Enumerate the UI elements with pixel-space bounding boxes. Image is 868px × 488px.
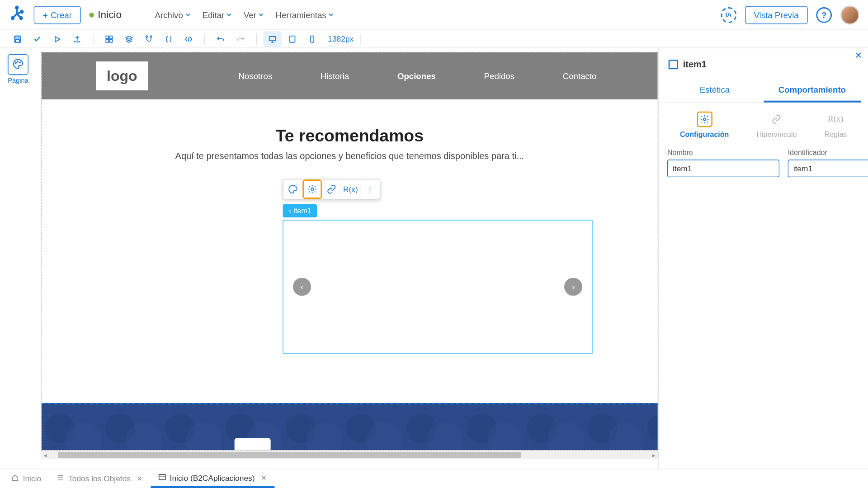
svg-point-0 <box>16 6 18 9</box>
menu-archivo[interactable]: Archivo <box>151 8 195 22</box>
svg-point-12 <box>150 35 152 37</box>
btab-inicio[interactable]: Inicio <box>4 469 49 488</box>
svg-rect-7 <box>106 36 108 38</box>
layers-icon[interactable] <box>120 31 138 47</box>
tab-comportamiento[interactable]: Comportamiento <box>764 79 861 103</box>
svg-point-2 <box>20 17 22 19</box>
canvas-area: logo Nosotros Historia Opciones Pedidos … <box>36 48 658 469</box>
help-icon[interactable]: ? <box>816 7 832 23</box>
nav-opciones[interactable]: Opciones <box>397 71 436 80</box>
close-icon[interactable]: ✕ <box>137 474 142 483</box>
nav-nosotros[interactable]: Nosotros <box>239 71 273 80</box>
nav-pedidos[interactable]: Pedidos <box>484 71 514 80</box>
close-icon[interactable]: ✕ <box>261 474 267 482</box>
redo-icon[interactable] <box>231 31 250 47</box>
sel-more-icon[interactable]: ⋮ <box>360 179 380 199</box>
panel-title-text: item1 <box>683 59 707 70</box>
desktop-icon[interactable] <box>264 31 282 47</box>
home-icon <box>11 474 19 484</box>
sel-link-icon[interactable] <box>322 179 341 199</box>
undo-icon[interactable] <box>212 31 230 47</box>
page-label: Página <box>8 76 28 84</box>
sel-style-icon[interactable] <box>283 179 303 199</box>
tablet-icon[interactable] <box>283 31 302 47</box>
site-header: logo Nosotros Historia Opciones Pedidos … <box>42 52 658 99</box>
svg-rect-6 <box>15 39 19 42</box>
user-avatar[interactable] <box>840 5 860 24</box>
flow-icon[interactable] <box>140 31 158 47</box>
subtab-hipervinculo[interactable]: Hipervínculo <box>756 112 797 139</box>
svg-point-20 <box>703 118 705 120</box>
id-input[interactable] <box>788 160 868 177</box>
topbar: + Crear Inicio Archivo Editar Ver Herram… <box>0 0 868 30</box>
svg-rect-14 <box>290 36 295 42</box>
export-icon[interactable] <box>68 31 86 47</box>
svg-point-19 <box>311 188 313 190</box>
scroll-thumb[interactable] <box>58 452 521 458</box>
recommend-title: Te recomendamos <box>54 127 646 146</box>
svg-point-3 <box>21 11 23 13</box>
window-icon <box>158 473 166 483</box>
canvas-width: 1382px <box>328 34 354 43</box>
selected-element[interactable]: ‹ › <box>283 220 592 354</box>
gear-icon <box>697 112 712 127</box>
document-title: Inicio <box>90 9 122 21</box>
subtab-configuracion[interactable]: Configuración <box>680 112 729 139</box>
check-icon[interactable] <box>28 31 47 47</box>
name-label: Nombre <box>667 148 779 157</box>
carousel-prev-button[interactable]: ‹ <box>293 278 311 296</box>
page-palette-button[interactable] <box>8 54 28 75</box>
components-icon[interactable] <box>100 31 118 47</box>
mobile-icon[interactable] <box>303 31 321 47</box>
svg-rect-13 <box>269 36 276 40</box>
recommend-section: Te recomendamos Aquí te presentamos toda… <box>42 99 658 173</box>
nav-historia[interactable]: Historia <box>321 71 349 80</box>
braces-icon[interactable] <box>160 31 178 47</box>
left-rail: Página <box>0 48 36 469</box>
scroll-right-icon[interactable]: ▸ <box>650 451 658 458</box>
nav-contacto[interactable]: Contacto <box>563 71 597 80</box>
preview-button[interactable]: Vista Previa <box>745 6 807 24</box>
list-icon <box>56 474 65 484</box>
chevron-left-icon: ‹ <box>301 282 303 291</box>
create-button[interactable]: + Crear <box>34 6 81 24</box>
chevron-right-icon: › <box>572 282 575 291</box>
name-field: Nombre <box>667 148 779 177</box>
canvas[interactable]: logo Nosotros Historia Opciones Pedidos … <box>41 52 658 451</box>
svg-rect-10 <box>110 39 113 42</box>
tab-estetica[interactable]: Estética <box>666 79 763 103</box>
menu-herramientas[interactable]: Herramientas <box>272 8 338 22</box>
element-type-icon <box>669 59 678 69</box>
properties-panel: ✕ item1 Estética Comportamiento Configur… <box>658 48 868 469</box>
menu-ver[interactable]: Ver <box>240 8 268 22</box>
scroll-left-icon[interactable]: ◂ <box>41 451 50 458</box>
panel-title: item1 <box>666 54 861 74</box>
menu-editar[interactable]: Editar <box>198 8 236 22</box>
save-icon[interactable] <box>9 31 27 47</box>
selection-label-text: item1 <box>293 206 311 215</box>
footer-card <box>235 438 271 450</box>
panel-close-icon[interactable]: ✕ <box>855 51 862 60</box>
horizontal-scrollbar[interactable]: ◂ ▸ <box>41 450 658 459</box>
selection-label[interactable]: ‹ item1 <box>283 204 317 217</box>
panel-tabs: Estética Comportamiento <box>666 79 861 103</box>
id-field: Identificador <box>788 148 868 177</box>
status-dot-icon <box>90 12 94 17</box>
doc-title-text: Inicio <box>98 9 122 21</box>
svg-rect-9 <box>106 39 108 42</box>
site-nav: Nosotros Historia Opciones Pedidos Conta… <box>239 71 597 80</box>
carousel-next-button[interactable]: › <box>564 278 582 296</box>
subtab-reglas[interactable]: R(x) Reglas <box>825 112 847 139</box>
play-icon[interactable] <box>48 31 66 47</box>
svg-point-17 <box>17 61 18 62</box>
toolbar: 1382px <box>0 30 868 48</box>
rules-icon: R(x) <box>828 112 844 127</box>
btab-inicio-b2c[interactable]: Inicio (B2CAplicaciones) ✕ <box>151 469 275 488</box>
app-logo-icon <box>9 5 25 24</box>
ia-badge-icon[interactable]: IA <box>721 7 736 23</box>
name-input[interactable] <box>667 160 779 177</box>
btab-objetos[interactable]: Todos los Objetos ✕ <box>49 469 150 488</box>
code-icon[interactable] <box>179 31 198 47</box>
sel-settings-icon[interactable] <box>302 179 322 199</box>
sel-rules-icon[interactable]: R(x) <box>341 179 361 199</box>
